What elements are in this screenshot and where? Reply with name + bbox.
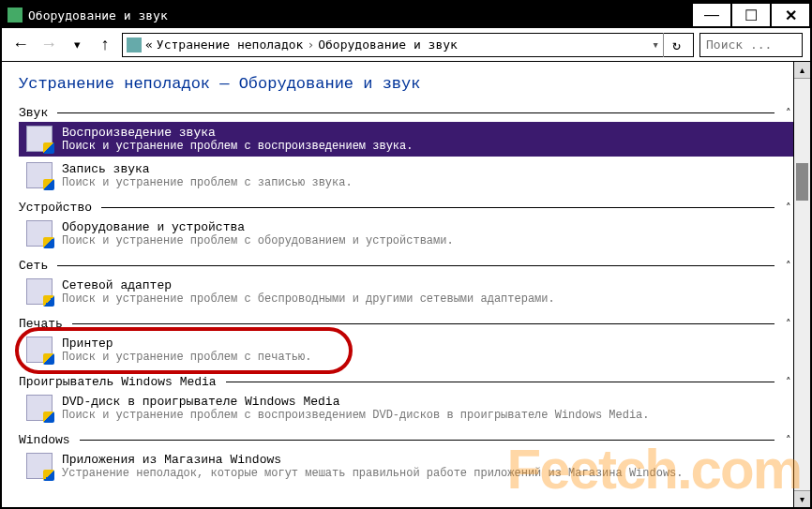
chevron-up-icon[interactable]: ˄ (780, 434, 793, 446)
troubleshooter-icon (26, 278, 53, 305)
shield-icon (43, 412, 54, 423)
search-input[interactable] (699, 33, 803, 57)
addressbar-dropdown[interactable]: ▾ (652, 37, 659, 52)
item-title: Сетевой адаптер (62, 278, 555, 292)
item-title: Принтер (62, 337, 311, 351)
group-divider (57, 112, 774, 113)
group-header[interactable]: Windows˄ (19, 433, 793, 447)
group-1: Устройство˄Оборудование и устройстваПоис… (19, 201, 793, 251)
troubleshooter-audio-record[interactable]: Запись звукаПоиск и устранение проблем с… (19, 158, 793, 193)
maximize-button[interactable]: ☐ (731, 3, 771, 27)
address-bar[interactable]: « Устранение неполадок › Оборудование и … (122, 33, 694, 57)
breadcrumb-separator: › (307, 37, 314, 52)
breadcrumb-item[interactable]: Оборудование и звук (318, 37, 458, 52)
group-2: Сеть˄Сетевой адаптерПоиск и устранение п… (19, 259, 793, 309)
close-button[interactable]: ✕ (771, 3, 810, 27)
group-label: Печать (19, 317, 63, 331)
group-0: Звук˄Воспроизведение звукаПоиск и устран… (19, 106, 793, 193)
shield-icon (43, 470, 54, 481)
shield-icon (43, 179, 54, 190)
troubleshooter-icon (26, 220, 53, 247)
troubleshooter-hardware-devices[interactable]: Оборудование и устройстваПоиск и устране… (19, 217, 793, 251)
troubleshooter-icon (26, 395, 53, 421)
item-description: Поиск и устранение проблем с воспроизвед… (62, 409, 650, 422)
item-description: Поиск и устранение проблем с оборудовани… (62, 234, 454, 247)
window-title: Оборудование и звук (28, 8, 168, 22)
chevron-up-icon[interactable]: ˄ (780, 260, 793, 272)
page-title: Устранение неполадок — Оборудование и зв… (19, 75, 793, 93)
troubleshooter-printer[interactable]: ПринтерПоиск и устранение проблем с печа… (19, 333, 793, 367)
group-divider (226, 382, 774, 382)
addressbar-icon (127, 37, 142, 52)
item-description: Поиск и устранение проблем с записью зву… (62, 176, 353, 189)
group-divider (57, 265, 774, 266)
chevron-up-icon[interactable]: ˄ (780, 202, 793, 214)
group-header[interactable]: Устройство˄ (19, 201, 793, 215)
recent-locations-button[interactable]: ▾ (66, 34, 88, 56)
breadcrumb-item[interactable]: Устранение неполадок (157, 37, 304, 52)
group-3: Печать˄ПринтерПоиск и устранение проблем… (19, 317, 793, 367)
group-5: Windows˄Приложения из Магазина WindowsУс… (19, 433, 793, 484)
chevron-up-icon[interactable]: ˄ (780, 107, 793, 119)
troubleshooter-icon (26, 453, 53, 479)
group-header[interactable]: Звук˄ (19, 106, 793, 120)
group-header[interactable]: Сеть˄ (19, 259, 793, 273)
item-title: Приложения из Магазина Windows (62, 453, 684, 467)
vertical-scrollbar[interactable]: ▴ ▾ (793, 62, 810, 507)
refresh-button[interactable]: ↻ (663, 33, 689, 57)
group-label: Windows (19, 433, 70, 447)
troubleshooter-icon (26, 162, 53, 188)
group-label: Сеть (19, 259, 48, 273)
troubleshooter-wmp-dvd[interactable]: DVD-диск в проигрывателе Windows MediaПо… (19, 391, 793, 426)
shield-icon (43, 353, 54, 365)
chevron-up-icon[interactable]: ˄ (780, 376, 793, 388)
item-description: Поиск и устранение проблем с воспроизвед… (62, 140, 413, 153)
back-button[interactable]: ← (9, 34, 32, 56)
forward-button[interactable]: → (38, 34, 60, 56)
group-divider (101, 207, 774, 208)
group-label: Устройство (19, 201, 92, 215)
troubleshooter-store-apps[interactable]: Приложения из Магазина WindowsУстранение… (19, 449, 793, 484)
minimize-button[interactable]: — (692, 3, 731, 27)
group-divider (72, 323, 774, 324)
item-title: Запись звука (62, 162, 353, 176)
window-icon (8, 7, 23, 22)
item-description: Поиск и устранение проблем с беспроводны… (62, 292, 555, 306)
group-label: Звук (19, 106, 48, 120)
scroll-track[interactable] (794, 79, 810, 490)
scroll-thumb[interactable] (796, 163, 808, 201)
scroll-down-button[interactable]: ▾ (794, 490, 810, 507)
group-header[interactable]: Печать˄ (19, 317, 793, 331)
navbar: ← → ▾ ↑ « Устранение неполадок › Оборудо… (2, 28, 810, 62)
troubleshooter-network-adapter[interactable]: Сетевой адаптерПоиск и устранение пробле… (19, 275, 793, 309)
group-header[interactable]: Проигрыватель Windows Media˄ (19, 375, 793, 389)
troubleshooter-icon (26, 126, 53, 152)
item-title: Воспроизведение звука (62, 126, 413, 140)
content-pane: Устранение неполадок — Оборудование и зв… (2, 62, 810, 495)
shield-icon (43, 295, 54, 307)
breadcrumb-prefix: « (145, 37, 153, 52)
up-button[interactable]: ↑ (94, 34, 116, 56)
troubleshooter-icon (26, 337, 53, 363)
group-4: Проигрыватель Windows Media˄DVD-диск в п… (19, 375, 793, 426)
titlebar: Оборудование и звук — ☐ ✕ (2, 2, 810, 28)
item-title: Оборудование и устройства (62, 220, 454, 234)
item-description: Поиск и устранение проблем с печатью. (62, 351, 311, 364)
item-title: DVD-диск в проигрывателе Windows Media (62, 395, 650, 409)
troubleshooter-audio-playback[interactable]: Воспроизведение звукаПоиск и устранение … (19, 122, 793, 157)
group-label: Проигрыватель Windows Media (19, 375, 217, 389)
scroll-up-button[interactable]: ▴ (794, 62, 810, 79)
group-divider (80, 440, 774, 441)
item-description: Устранение неполадок, которые могут меша… (62, 467, 684, 480)
chevron-up-icon[interactable]: ˄ (780, 318, 793, 330)
shield-icon (43, 142, 54, 154)
shield-icon (43, 237, 54, 248)
